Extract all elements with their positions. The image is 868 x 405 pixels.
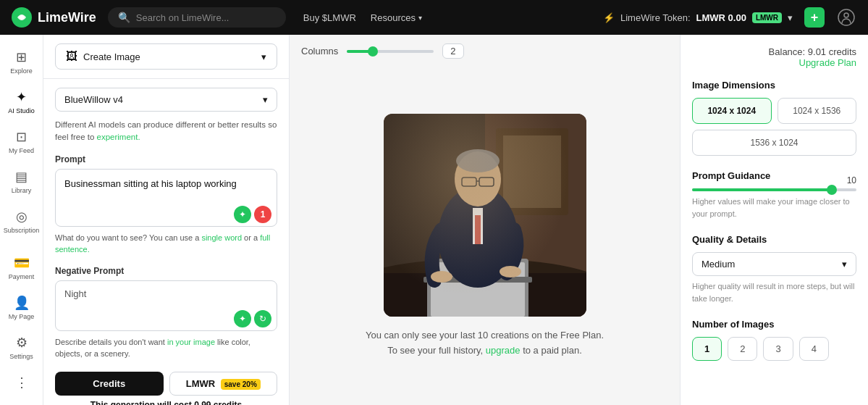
search-input[interactable]	[136, 12, 276, 23]
svg-rect-14	[473, 208, 483, 244]
left-panel-scroll: BlueWillow v4 ▾ Different AI models can …	[43, 79, 289, 405]
sidebar-label-library: Library	[12, 187, 32, 194]
dim-option-1024x1024[interactable]: 1024 x 1024	[692, 98, 772, 124]
sidebar-item-ai-studio[interactable]: ✦ AI Studio	[0, 83, 43, 120]
sidebar-label-my-page: My Page	[9, 313, 35, 320]
columns-bar: Columns 2	[290, 35, 680, 67]
sidebar-item-my-page[interactable]: 👤 My Page	[0, 289, 43, 326]
guidance-title: Prompt Guidance	[692, 170, 856, 181]
logo[interactable]: LimeWire	[12, 7, 96, 28]
svg-rect-9	[384, 273, 586, 317]
dimension-options: 1024 x 1024 1024 x 1536 1536 x 1024	[692, 98, 856, 156]
caption-text-2: To see your full history,	[387, 345, 483, 356]
info-text: Different AI models can produce differen…	[55, 119, 277, 144]
lightning-icon: ⚡	[603, 12, 615, 23]
num-option-1[interactable]: 1	[692, 337, 722, 361]
columns-slider-thumb	[368, 46, 378, 57]
svg-point-21	[431, 271, 452, 283]
main-content: ⊞ Explore ✦ AI Studio ⊡ My Feed ▤ Librar…	[0, 35, 868, 405]
sidebar-item-settings[interactable]: ⚙ Settings	[0, 329, 43, 366]
prompt-label: Prompt	[55, 154, 277, 164]
svg-point-16	[455, 151, 501, 206]
create-chevron-icon: ▾	[261, 51, 266, 62]
svg-rect-23	[384, 114, 586, 317]
svg-rect-12	[424, 277, 532, 283]
svg-point-1	[20, 15, 24, 20]
image-svg	[384, 114, 586, 317]
svg-rect-6	[496, 128, 568, 215]
credits-tab[interactable]: Credits	[55, 372, 164, 396]
svg-point-13	[438, 186, 518, 288]
neg-enhance-icon[interactable]: ✦	[234, 310, 251, 327]
user-settings-icon[interactable]	[836, 7, 856, 28]
prompt-enhance-icon[interactable]: ✦	[234, 206, 251, 223]
svg-rect-19	[479, 178, 494, 186]
sidebar-item-payment[interactable]: 💳 Payment	[0, 249, 43, 286]
dim-option-1536x1024[interactable]: 1536 x 1024	[692, 130, 856, 156]
prompt-box: <span class="underline">Businessman</spa…	[55, 169, 277, 229]
upgrade-link[interactable]: upgrade	[486, 345, 521, 356]
resources-link[interactable]: Resources ▾	[371, 12, 422, 23]
buy-link[interactable]: Buy $LMWR	[303, 12, 356, 23]
model-select-label: BlueWillow v4	[64, 94, 123, 105]
sidebar-item-more[interactable]: ⋮	[0, 369, 43, 396]
sidebar: ⊞ Explore ✦ AI Studio ⊡ My Feed ▤ Librar…	[0, 35, 43, 405]
lmwr-badge: LMWR	[752, 12, 782, 23]
svg-rect-10	[427, 259, 528, 317]
prompt-error-icon[interactable]: 1	[254, 206, 271, 223]
chevron-down-icon: ▾	[418, 14, 422, 22]
sidebar-label-my-feed: My Feed	[9, 147, 34, 154]
token-chevron-icon[interactable]: ▾	[788, 12, 793, 23]
left-panel: 🖼 Create Image ▾ BlueWillow v4 ▾ Differe…	[43, 35, 290, 405]
neg-hint: Describe details you don't want in your …	[55, 336, 277, 360]
payment-icon: 💳	[14, 255, 30, 271]
create-plus-button[interactable]: +	[804, 7, 825, 28]
svg-rect-18	[462, 178, 476, 186]
sidebar-item-subscription[interactable]: ◎ Subscription	[0, 203, 43, 240]
sidebar-item-my-feed[interactable]: ⊡ My Feed	[0, 123, 43, 160]
neg-prompt-actions: ✦ ↻	[234, 310, 271, 327]
guidance-track: 10	[692, 188, 856, 191]
prompt-hint: What do you want to see? You can use a s…	[55, 232, 277, 256]
create-image-button[interactable]: 🖼 Create Image ▾	[55, 43, 277, 70]
cost-value: 0.99 credits	[194, 400, 242, 406]
guidance-value: 10	[847, 175, 856, 185]
num-option-4[interactable]: 4	[799, 337, 829, 361]
guidance-slider[interactable]: 10	[692, 188, 856, 191]
dim-option-1024x1536[interactable]: 1024 x 1536	[778, 98, 857, 124]
logo-icon	[12, 7, 32, 28]
neg-refresh-icon[interactable]: ↻	[254, 310, 271, 327]
sidebar-item-library[interactable]: ▤ Library	[0, 163, 43, 200]
model-select[interactable]: BlueWillow v4 ▾	[55, 88, 277, 112]
ai-studio-icon: ✦	[16, 89, 27, 105]
num-option-2[interactable]: 2	[728, 337, 757, 361]
left-panel-top: 🖼 Create Image ▾	[43, 35, 289, 79]
experiment-link[interactable]: experiment.	[97, 133, 140, 141]
explore-icon: ⊞	[16, 49, 27, 65]
single-word-link[interactable]: single word	[201, 233, 242, 242]
token-amount: LMWR 0.00	[696, 12, 746, 23]
svg-point-3	[844, 13, 848, 17]
right-panel: Balance: 9.01 credits Upgrade Plan Image…	[680, 35, 868, 405]
dimensions-title: Image Dimensions	[692, 80, 856, 91]
sidebar-item-explore[interactable]: ⊞ Explore	[0, 43, 43, 80]
neg-hint-emphasis: in your image	[167, 338, 215, 346]
create-image-label: Create Image	[83, 51, 140, 62]
search-bar[interactable]: 🔍	[108, 7, 286, 28]
svg-rect-15	[475, 215, 481, 244]
balance-section: Balance: 9.01 credits Upgrade Plan	[692, 46, 856, 68]
columns-slider[interactable]	[347, 50, 434, 53]
svg-point-8	[384, 259, 586, 317]
sidebar-label-payment: Payment	[9, 273, 35, 280]
top-nav: LimeWire 🔍 Buy $LMWR Resources ▾ ⚡ LimeW…	[0, 0, 868, 35]
svg-rect-7	[503, 135, 561, 208]
upgrade-plan-link[interactable]: Upgrade Plan	[692, 57, 856, 68]
nav-links: Buy $LMWR Resources ▾	[303, 12, 422, 23]
library-icon: ▤	[15, 169, 28, 185]
more-icon: ⋮	[15, 375, 28, 391]
image-area: You can only see your last 10 creations …	[290, 67, 680, 405]
quality-select[interactable]: Medium ▾	[692, 252, 856, 276]
lmwr-tab[interactable]: LMWR save 20%	[169, 372, 278, 396]
image-dimensions-section: Image Dimensions 1024 x 1024 1024 x 1536…	[692, 80, 856, 156]
num-option-3[interactable]: 3	[763, 337, 793, 361]
